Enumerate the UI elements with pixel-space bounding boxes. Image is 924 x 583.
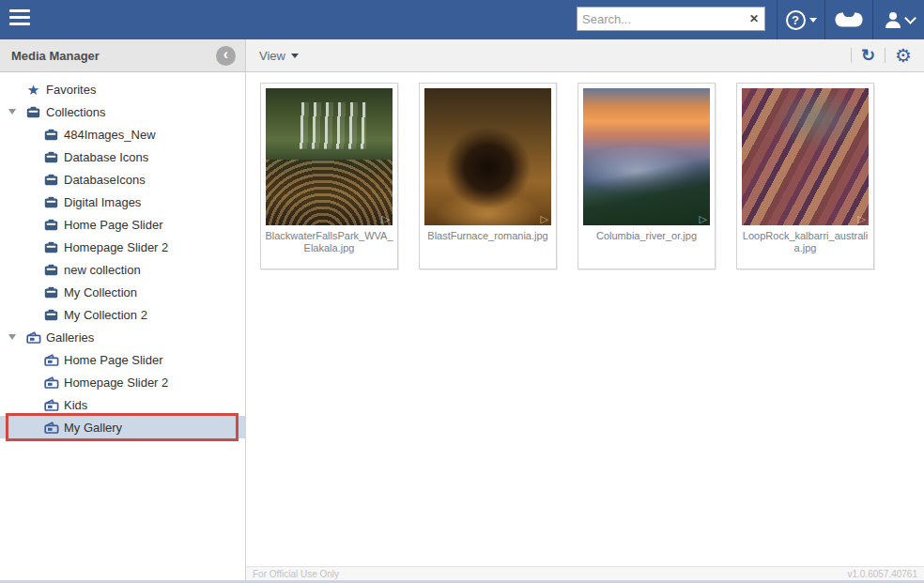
gallery-icon: [43, 376, 59, 389]
refresh-icon[interactable]: ↻: [861, 47, 875, 64]
tree-item-label: Home Page Slider: [64, 218, 163, 232]
media-thumbnail-image: ▷: [266, 88, 393, 225]
tree-item-label: My Collection 2: [64, 308, 147, 322]
tree-item-home-page-slider[interactable]: Home Page Slider: [0, 348, 245, 371]
status-footer: For Official Use Only v1.0.6057.40761: [246, 566, 924, 580]
media-thumbnail-image: ▷: [424, 88, 551, 225]
top-navigation-bar: ✕ ?: [0, 0, 924, 39]
tree-item-my-gallery[interactable]: My Gallery: [0, 416, 245, 438]
collection-icon: [43, 151, 59, 163]
tree-item-label: Homepage Slider 2: [64, 240, 168, 254]
tree-item-label: 484Images_New: [64, 128, 156, 142]
collection-icon: [43, 174, 59, 186]
tree-item-label: My Gallery: [64, 421, 122, 435]
corner-arrow-icon: ▷: [541, 214, 548, 224]
user-icon: [884, 10, 902, 29]
media-filename: BlackwaterFallsPark_WVA_Elakala.jpg: [261, 230, 397, 254]
tree-item-label: Favorites: [46, 83, 96, 97]
tree-item-homepage-slider-2[interactable]: Homepage Slider 2: [0, 236, 245, 258]
sidebar-panel: ★FavoritesCollections484Images_NewDataba…: [0, 72, 246, 580]
collection-icon: [43, 309, 59, 321]
tree-item-favorites[interactable]: ★Favorites: [0, 78, 245, 100]
tree-item-label: Home Page Slider: [64, 353, 163, 367]
media-tile[interactable]: ▷ BlastFurnace_romania.jpg: [419, 83, 557, 269]
media-content-area: ▷ BlackwaterFallsPark_WVA_Elakala.jpg ▷ …: [246, 72, 924, 566]
version-label: v1.0.6057.40761: [847, 569, 917, 579]
view-dropdown-label: View: [259, 49, 285, 63]
media-thumbnail-image: ▷: [583, 88, 710, 225]
tree-item-databaseicons[interactable]: DatabaseIcons: [0, 168, 245, 191]
tree-item-label: Homepage Slider 2: [64, 376, 168, 390]
gallery-icon: [43, 422, 59, 434]
tree-item-homepage-slider-2[interactable]: Homepage Slider 2: [0, 371, 245, 393]
gallery-icon: [25, 331, 41, 344]
tree-item-label: Collections: [46, 105, 106, 119]
search-box: ✕: [577, 7, 765, 31]
expander-icon[interactable]: [8, 109, 16, 115]
panel-title: Media Manager: [11, 49, 100, 63]
thumbnail-grid: ▷ BlackwaterFallsPark_WVA_Elakala.jpg ▷ …: [246, 72, 924, 269]
corner-arrow-icon: ▷: [700, 214, 707, 224]
tree-item-collections[interactable]: Collections: [0, 100, 245, 123]
collection-icon: [43, 241, 59, 253]
tree-item-484images-new[interactable]: 484Images_New: [0, 123, 245, 146]
gallery-icon: [43, 399, 59, 411]
tree-item-label: Digital Images: [64, 195, 141, 209]
media-filename: Columbia_river_or.jpg: [578, 230, 715, 242]
collection-icon: [43, 264, 59, 276]
tree-item-my-collection-2[interactable]: My Collection 2: [0, 303, 245, 326]
corner-arrow-icon: ▷: [382, 214, 390, 224]
collection-icon: [25, 106, 41, 118]
tree-item-new-collection[interactable]: new collection: [0, 258, 245, 281]
collection-icon: [43, 219, 59, 231]
tree-item-digital-images[interactable]: Digital Images: [0, 191, 245, 213]
tree-item-home-page-slider[interactable]: Home Page Slider: [0, 213, 245, 236]
tree-item-label: Database Icons: [64, 150, 148, 164]
corner-arrow-icon: ▷: [858, 214, 866, 224]
clear-search-icon[interactable]: ✕: [744, 12, 764, 25]
tree-item-label: DatabaseIcons: [64, 173, 146, 187]
collapse-sidebar-button[interactable]: ‹: [216, 46, 236, 66]
media-filename: BlastFurnace_romania.jpg: [420, 230, 556, 242]
collection-icon: [43, 129, 59, 141]
gear-icon[interactable]: ⚙: [895, 46, 912, 65]
gallery-icon: [43, 354, 59, 366]
hamburger-menu-icon[interactable]: [9, 9, 32, 29]
classification-label: For Official Use Only: [253, 569, 339, 579]
toolbar-divider: [885, 48, 886, 63]
tree-item-label: Galleries: [46, 330, 94, 345]
star-icon: ★: [25, 83, 41, 97]
tree-item-kids[interactable]: Kids: [0, 393, 245, 416]
view-dropdown[interactable]: View: [259, 49, 299, 63]
media-manager-window: ✕ ?: [0, 0, 924, 583]
collection-icon: [43, 286, 59, 299]
media-tile[interactable]: ▷ BlackwaterFallsPark_WVA_Elakala.jpg: [260, 83, 398, 269]
tree-item-database-icons[interactable]: Database Icons: [0, 146, 245, 168]
help-icon: ?: [786, 10, 806, 30]
tree-item-label: new collection: [64, 263, 141, 277]
tree-item-my-collection[interactable]: My Collection: [0, 281, 245, 303]
chevron-down-icon: [809, 18, 817, 23]
sidebar-header: Media Manager ‹: [0, 39, 246, 72]
media-filename: LoopRock_kalbarri_australia.jpg: [737, 230, 873, 254]
media-tile[interactable]: ▷ Columbia_river_or.jpg: [578, 83, 716, 269]
chevron-left-icon: ‹: [223, 47, 228, 62]
expander-icon[interactable]: [8, 334, 16, 340]
chevron-down-icon: [291, 54, 299, 58]
tree-item-galleries[interactable]: Galleries: [0, 326, 245, 348]
media-thumbnail-image: ▷: [742, 88, 869, 225]
content-toolbar: View ↻ ⚙: [246, 39, 924, 72]
inbox-icon: [835, 12, 863, 27]
inbox-button[interactable]: [824, 0, 872, 39]
tree-item-label: Kids: [64, 398, 87, 412]
media-tile[interactable]: ▷ LoopRock_kalbarri_australia.jpg: [736, 83, 874, 269]
collection-icon: [43, 196, 59, 208]
search-input[interactable]: [578, 12, 744, 26]
help-menu-button[interactable]: ?: [777, 0, 824, 39]
collection-tree: ★FavoritesCollections484Images_NewDataba…: [0, 78, 245, 438]
user-menu-button[interactable]: [872, 0, 924, 39]
tree-item-label: My Collection: [64, 285, 137, 299]
toolbar-divider: [851, 48, 852, 63]
chevron-down-icon: [904, 12, 916, 24]
